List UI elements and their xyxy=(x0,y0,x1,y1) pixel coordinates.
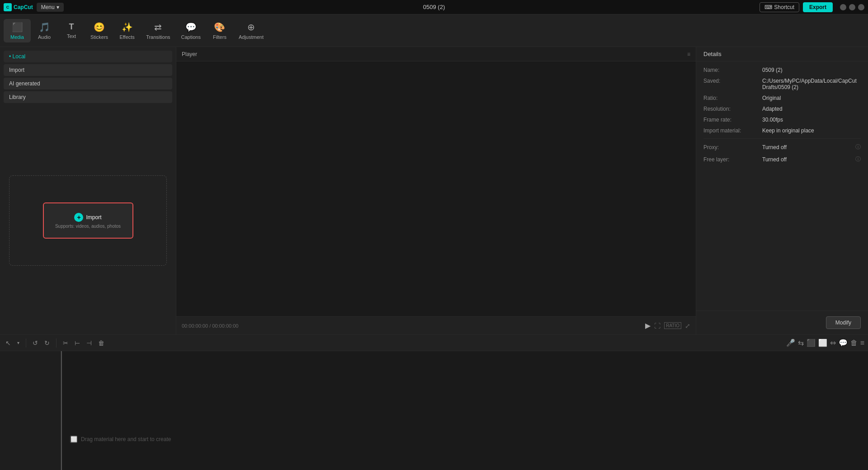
time-current: 00:00:00:00 xyxy=(182,323,208,329)
left-panel-nav: • Local Import AI generated Library xyxy=(0,47,176,107)
export-button[interactable]: Export xyxy=(803,2,833,12)
captions-icon: 💬 xyxy=(185,22,197,33)
split-button[interactable]: ✂ xyxy=(61,338,70,348)
main-content: • Local Import AI generated Library + Im… xyxy=(0,47,868,334)
details-footer: Modify xyxy=(696,310,868,334)
filters-icon: 🎨 xyxy=(214,22,225,33)
menu-chevron-icon: ▾ xyxy=(57,4,59,10)
detail-import-material-label: Import material: xyxy=(703,127,762,134)
toolbar-item-transitions[interactable]: ⇄ Transitions xyxy=(141,19,175,42)
player-controls: 00:00:00:00 / 00:00:00:00 ▶ ⛶ RATIO ⤢ xyxy=(176,316,696,334)
time-display: 00:00:00:00 / 00:00:00:00 xyxy=(182,323,642,329)
toolbar-item-media[interactable]: ⬛ Media xyxy=(4,19,31,42)
tl-icon-4[interactable]: ⇔ xyxy=(830,338,836,347)
proxy-info-icon[interactable]: ⓘ xyxy=(855,143,861,151)
modify-button[interactable]: Modify xyxy=(826,316,861,329)
detail-free-layer-label: Free layer: xyxy=(703,156,762,163)
detail-saved-row: Saved: C:/Users/MyPC/AppData/Local/CapCu… xyxy=(703,78,861,90)
detail-proxy-value: Turned off xyxy=(762,144,787,150)
placeholder-icon: ⬜ xyxy=(70,436,77,443)
close-button[interactable] xyxy=(858,4,864,10)
free-layer-info-icon[interactable]: ⓘ xyxy=(855,155,861,163)
toolbar-item-audio[interactable]: 🎵 Audio xyxy=(31,19,58,42)
filters-label: Filters xyxy=(213,34,226,40)
logo-text: CapCut xyxy=(14,4,33,10)
detail-framerate-row: Frame rate: 30.00fps xyxy=(703,117,861,123)
toolbar-item-stickers[interactable]: 😊 Stickers xyxy=(85,19,113,42)
tl-icon-7[interactable]: ≡ xyxy=(860,339,864,347)
timeline-tracks: ⬜ Drag material here and start to create xyxy=(61,351,868,470)
time-total: 00:00:00:00 xyxy=(212,323,238,329)
trim-end-button[interactable]: ⊣ xyxy=(85,338,94,348)
undo-button[interactable]: ↺ xyxy=(31,338,40,348)
cursor-tool-button[interactable]: ↖ xyxy=(4,338,13,348)
top-bar-left: C CapCut Menu ▾ xyxy=(4,3,64,12)
top-bar: C CapCut Menu ▾ 0509 (2) ⌨ Shortcut Expo… xyxy=(0,0,868,14)
detail-framerate-label: Frame rate: xyxy=(703,117,762,123)
text-icon: T xyxy=(69,22,74,32)
shortcut-button[interactable]: ⌨ Shortcut xyxy=(760,2,799,12)
timeline-content: ⬜ Drag material here and start to create xyxy=(0,351,868,470)
detail-proxy-label: Proxy: xyxy=(703,144,762,150)
effects-label: Effects xyxy=(119,34,134,40)
toolbar-item-adjustment[interactable]: ⊕ Adjustment xyxy=(233,19,269,42)
detail-resolution-value: Adapted xyxy=(762,106,861,112)
tl-icon-3[interactable]: ⬜ xyxy=(818,338,827,347)
menu-button[interactable]: Menu ▾ xyxy=(37,3,64,12)
player-menu-icon[interactable]: ≡ xyxy=(687,51,690,57)
plus-icon: + xyxy=(74,213,83,222)
details-header: Details xyxy=(696,47,868,61)
nav-import-button[interactable]: Import xyxy=(4,64,172,76)
detail-free-layer-inner: Free layer: Turned off xyxy=(703,156,787,163)
redo-button[interactable]: ↻ xyxy=(42,338,52,348)
mic-icon[interactable]: 🎤 xyxy=(786,338,795,347)
detail-name-label: Name: xyxy=(703,67,762,73)
tl-icon-5[interactable]: 💬 xyxy=(839,338,848,347)
cursor-dropdown-button[interactable]: ▾ xyxy=(15,338,21,347)
expand-icon[interactable]: ⤢ xyxy=(685,322,690,329)
player-viewport xyxy=(176,61,696,316)
detail-free-layer-value: Turned off xyxy=(762,156,787,163)
tl-icon-6[interactable]: 🗑 xyxy=(850,339,858,347)
trim-start-button[interactable]: ⊢ xyxy=(73,338,82,348)
stickers-label: Stickers xyxy=(90,34,108,40)
toolbar-item-filters[interactable]: 🎨 Filters xyxy=(206,19,233,42)
fullscreen-icon[interactable]: ⛶ xyxy=(654,322,660,329)
details-body: Name: 0509 (2) Saved: C:/Users/MyPC/AppD… xyxy=(696,61,868,310)
delete-button[interactable]: 🗑 xyxy=(96,338,106,348)
tl-icon-1[interactable]: ⇆ xyxy=(798,338,804,347)
detail-ratio-value: Original xyxy=(762,95,861,101)
nav-local-button[interactable]: • Local xyxy=(4,51,172,62)
player-title: Player xyxy=(182,51,197,57)
minimize-button[interactable] xyxy=(840,4,846,10)
effects-icon: ✨ xyxy=(122,22,133,33)
player-header: Player ≡ xyxy=(176,47,696,61)
shortcut-label: Shortcut xyxy=(774,4,794,10)
toolbar-item-effects[interactable]: ✨ Effects xyxy=(113,19,141,42)
keyboard-icon: ⌨ xyxy=(764,4,772,10)
toolbar-item-text[interactable]: T Text xyxy=(58,19,85,42)
timeline-left-gutter xyxy=(0,351,61,470)
audio-label: Audio xyxy=(38,34,51,40)
detail-resolution-row: Resolution: Adapted xyxy=(703,106,861,112)
detail-ratio-label: Ratio: xyxy=(703,95,762,101)
captions-label: Captions xyxy=(181,34,201,40)
nav-library-button[interactable]: Library xyxy=(4,91,172,103)
nav-ai-generated-button[interactable]: AI generated xyxy=(4,78,172,89)
maximize-button[interactable] xyxy=(849,4,855,10)
detail-resolution-label: Resolution: xyxy=(703,106,762,112)
import-button[interactable]: + Import Supports: videos, audios, photo… xyxy=(43,202,133,239)
media-icon: ⬛ xyxy=(12,22,23,33)
tl-icon-2[interactable]: ⬛ xyxy=(807,338,816,347)
detail-free-layer-row: Free layer: Turned off ⓘ xyxy=(703,155,861,163)
toolbar-item-captions[interactable]: 💬 Captions xyxy=(176,19,206,42)
media-label: Media xyxy=(10,34,24,40)
details-title: Details xyxy=(703,51,722,57)
menu-label: Menu xyxy=(41,4,55,10)
detail-saved-value: C:/Users/MyPC/AppData/Local/CapCut Draft… xyxy=(762,78,861,90)
ratio-icon[interactable]: RATIO xyxy=(664,322,681,329)
detail-import-material-row: Import material: Keep in original place xyxy=(703,127,861,134)
import-sublabel: Supports: videos, audios, photos xyxy=(55,224,121,229)
playhead-marker xyxy=(61,351,62,470)
play-button[interactable]: ▶ xyxy=(645,321,651,330)
